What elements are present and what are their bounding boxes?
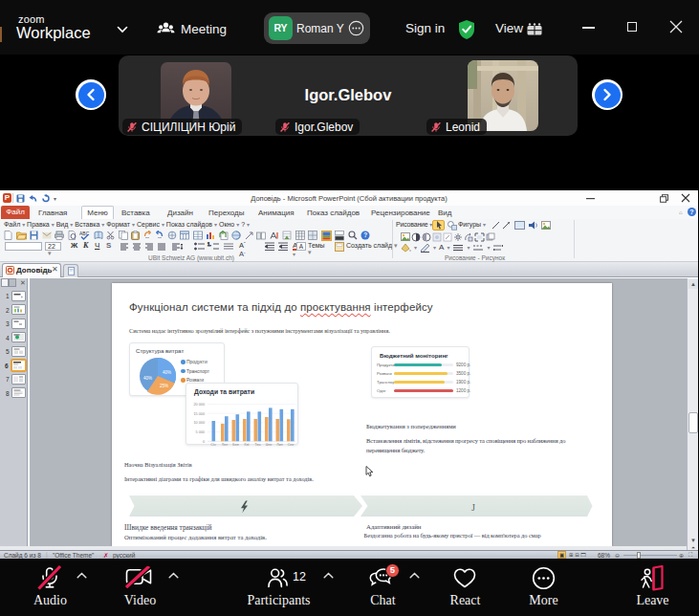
svg-text:Січ: Січ (210, 443, 215, 447)
svg-text:15 000: 15 000 (193, 412, 205, 416)
svg-text:1.: 1. (208, 242, 211, 247)
svg-text:?: ? (363, 231, 367, 238)
svg-text:40%: 40% (163, 370, 171, 375)
svg-text:Тра: Тра (255, 443, 261, 447)
svg-text:J: J (471, 502, 475, 513)
svg-text:0: 0 (203, 440, 205, 444)
svg-text:Кві: Кві (245, 443, 250, 447)
svg-text:40%: 40% (143, 376, 152, 381)
svg-text:5 000: 5 000 (195, 430, 205, 434)
svg-text:20 000: 20 000 (193, 403, 205, 407)
svg-text:Чер: Чер (266, 443, 272, 447)
svg-text:Лип: Лип (276, 443, 282, 447)
svg-text:10 000: 10 000 (193, 421, 205, 425)
svg-text:Лют: Лют (222, 443, 229, 447)
svg-text:25%: 25% (160, 384, 168, 388)
svg-text:Сер: Сер (288, 443, 295, 447)
svg-text:Бер: Бер (232, 443, 238, 447)
